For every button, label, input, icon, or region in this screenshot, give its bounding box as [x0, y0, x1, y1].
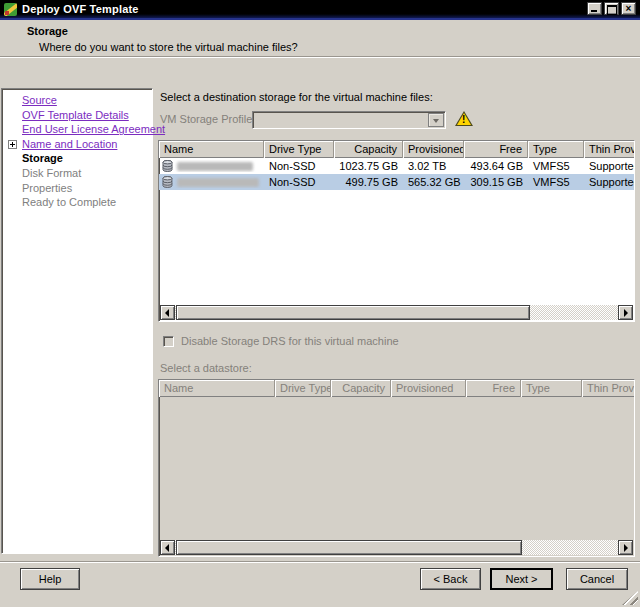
cell-drive-type: Non-SSD [264, 176, 334, 188]
close-button[interactable]: × [621, 2, 636, 15]
datastore-table-header: Name Drive Type Capacity Provisioned Fre… [159, 380, 635, 397]
cell-provisioned: 565.32 GB [403, 176, 464, 188]
datastore-row-2-selected[interactable]: Non-SSD 499.75 GB 565.32 GB 309.15 GB VM… [159, 174, 635, 190]
sidebar-item-disk-format: Disk Format [22, 166, 150, 181]
sidebar-item-source[interactable]: Source [22, 93, 150, 108]
column-header-provisioned[interactable]: Provisioned [403, 141, 464, 158]
destination-storage-table: Name Drive Type Capacity Provisioned Fre… [158, 140, 635, 322]
cancel-button[interactable]: Cancel [566, 568, 628, 590]
minimize-button[interactable] [587, 2, 602, 15]
resize-grip[interactable] [622, 591, 638, 605]
back-button[interactable]: < Back [420, 568, 481, 590]
cell-provisioned: 3.02 TB [403, 160, 464, 172]
disable-storage-drs-label: Disable Storage DRS for this virtual mac… [181, 335, 399, 347]
column-header-provisioned: Provisioned [391, 380, 466, 397]
header-separator [0, 56, 640, 58]
scroll-right-button[interactable] [618, 540, 633, 555]
scroll-left-button[interactable] [160, 305, 175, 320]
cell-free: 309.15 GB [464, 176, 528, 188]
column-header-type: Type [521, 380, 582, 397]
select-datastore-label: Select a datastore: [160, 362, 252, 374]
datastore-icon [162, 176, 173, 188]
column-header-capacity[interactable]: Capacity [334, 141, 403, 158]
sidebar-item-storage: Storage [22, 151, 150, 166]
wizard-steps-sidebar: Source OVF Template Details End User Lic… [1, 88, 153, 554]
chevron-down-icon [428, 113, 444, 127]
arrow-right-icon [624, 309, 628, 317]
column-header-capacity: Capacity [331, 380, 391, 397]
help-button[interactable]: Help [20, 568, 80, 590]
datastore-row-1[interactable]: Non-SSD 1023.75 GB 3.02 TB 493.64 GB VMF… [159, 158, 635, 174]
page-title: Storage [27, 25, 68, 37]
horizontal-scrollbar [160, 540, 633, 555]
cell-thin-provisioning: Supported [584, 176, 635, 188]
page-subtitle: Where do you want to store the virtual m… [39, 41, 298, 53]
sidebar-item-ovf-template-details[interactable]: OVF Template Details [22, 108, 150, 123]
sidebar-item-label: Name and Location [22, 138, 117, 150]
storage-table-body: Non-SSD 1023.75 GB 3.02 TB 493.64 GB VMF… [159, 158, 634, 190]
column-header-drive-type[interactable]: Drive Type [264, 141, 334, 158]
redacted-datastore-name [177, 162, 253, 171]
window-title: Deploy OVF Template [22, 3, 139, 15]
vm-storage-profile-label: VM Storage Profile: [160, 113, 255, 125]
deploy-ovf-wizard-window: Deploy OVF Template × Storage Where do y… [0, 0, 640, 607]
footer-separator [0, 561, 640, 563]
vmware-app-icon [4, 3, 17, 16]
disable-storage-drs-checkbox [163, 336, 174, 347]
arrow-right-icon [624, 544, 628, 552]
titlebar-edge-line [0, 18, 640, 20]
arrow-left-icon [165, 544, 169, 552]
expand-plus-icon[interactable] [8, 140, 17, 149]
sidebar-item-ready-to-complete: Ready to Complete [22, 195, 150, 210]
cell-drive-type: Non-SSD [264, 160, 334, 172]
scroll-right-button[interactable] [618, 305, 633, 320]
column-header-name[interactable]: Name [159, 141, 264, 158]
column-header-name: Name [159, 380, 275, 397]
column-header-free: Free [466, 380, 521, 397]
cell-free: 493.64 GB [464, 160, 528, 172]
warning-icon [455, 111, 473, 126]
horizontal-scrollbar [160, 305, 633, 320]
cell-thin-provisioning: Supported [584, 160, 635, 172]
column-header-drive-type: Drive Type [275, 380, 331, 397]
sidebar-item-name-and-location[interactable]: Name and Location [22, 137, 150, 152]
sidebar-item-properties: Properties [22, 181, 150, 196]
column-header-type[interactable]: Type [528, 141, 584, 158]
arrow-left-icon [165, 309, 169, 317]
cell-capacity: 1023.75 GB [334, 160, 403, 172]
scroll-left-button[interactable] [160, 540, 175, 555]
column-header-thin-provisioning: Thin Provisioning [582, 380, 635, 397]
cell-capacity: 499.75 GB [334, 176, 403, 188]
datastore-table: Name Drive Type Capacity Provisioned Fre… [158, 379, 635, 557]
next-button[interactable]: Next > [490, 568, 553, 590]
column-header-free[interactable]: Free [464, 141, 528, 158]
redacted-datastore-name [177, 178, 259, 187]
vm-storage-profile-combobox [252, 111, 446, 129]
storage-table-header: Name Drive Type Capacity Provisioned Fre… [159, 141, 635, 158]
column-header-thin-provisioning[interactable]: Thin Provisioning [584, 141, 635, 158]
maximize-button[interactable] [604, 2, 619, 15]
title-bar[interactable]: Deploy OVF Template × [0, 0, 640, 18]
cell-type: VMFS5 [528, 176, 584, 188]
cell-type: VMFS5 [528, 160, 584, 172]
sidebar-item-end-user-license-agreement[interactable]: End User License Agreement [22, 122, 150, 137]
datastore-icon [162, 160, 173, 172]
scrollbar-thumb[interactable] [176, 305, 530, 320]
scrollbar-thumb[interactable] [176, 540, 522, 555]
instruction-text: Select a destination storage for the vir… [160, 91, 433, 103]
